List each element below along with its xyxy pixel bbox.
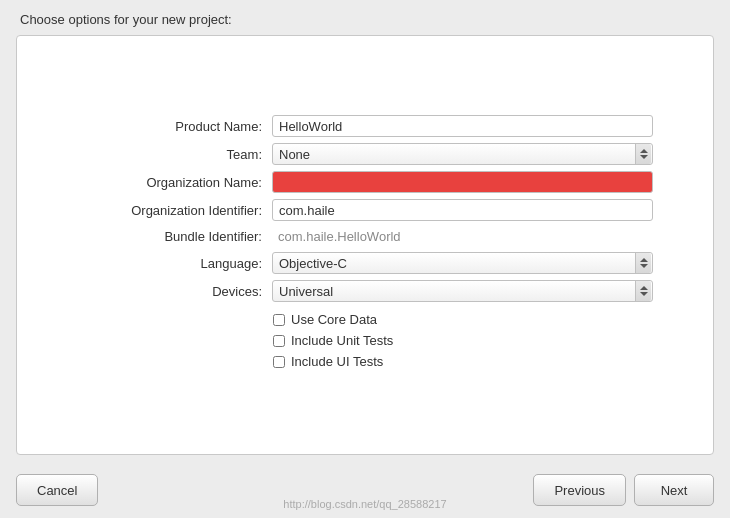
next-button[interactable]: Next [634,474,714,506]
page-title: Choose options for your new project: [20,12,232,27]
bundle-id-label: Bundle Identifier: [77,229,262,244]
include-ui-tests-label: Include UI Tests [291,354,383,369]
org-name-input[interactable] [272,171,653,193]
use-core-data-checkbox[interactable] [273,314,285,326]
org-id-label: Organization Identifier: [77,203,262,218]
devices-select-wrapper: Universal iPhone iPad [272,280,653,302]
team-label: Team: [77,147,262,162]
language-label: Language: [77,256,262,271]
devices-select[interactable]: Universal iPhone iPad [272,280,653,302]
org-name-label: Organization Name: [77,175,262,190]
previous-button[interactable]: Previous [533,474,626,506]
product-name-label: Product Name: [77,119,262,134]
use-core-data-label: Use Core Data [291,312,377,327]
team-select-wrapper: None [272,143,653,165]
cancel-button[interactable]: Cancel [16,474,98,506]
include-unit-tests-checkbox[interactable] [273,335,285,347]
include-unit-tests-label: Include Unit Tests [291,333,393,348]
include-ui-tests-checkbox[interactable] [273,356,285,368]
bundle-id-value: com.haile.HelloWorld [272,227,653,246]
product-name-input[interactable] [272,115,653,137]
team-select[interactable]: None [272,143,653,165]
org-id-input[interactable] [272,199,653,221]
devices-label: Devices: [77,284,262,299]
language-select-wrapper: Objective-C Swift [272,252,653,274]
language-select[interactable]: Objective-C Swift [272,252,653,274]
